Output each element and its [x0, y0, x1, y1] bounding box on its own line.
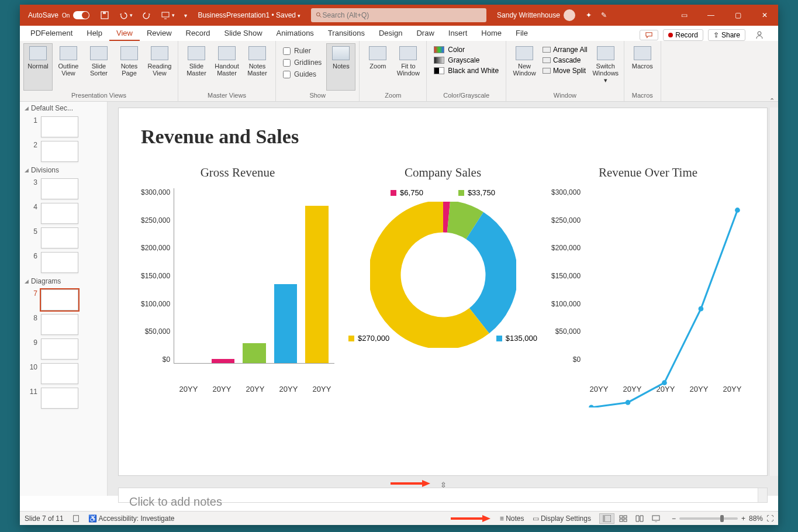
slideshow-button[interactable] — [648, 513, 664, 524]
zoom-level[interactable]: 88% — [749, 514, 763, 523]
chart-revenue-over-time[interactable]: Revenue Over Time $300,000$250,000$200,0… — [551, 165, 745, 393]
sorter-view-button[interactable] — [616, 513, 631, 524]
slide-sorter-button[interactable]: Slide Sorter — [84, 43, 113, 91]
slide-canvas-area: Revenue and Sales Gross Revenue $300,000… — [108, 102, 778, 496]
slide-master-button[interactable]: Slide Master — [182, 43, 211, 91]
tab-slide-show[interactable]: Slide Show — [217, 26, 270, 41]
outline-view-button[interactable]: Outline View — [54, 43, 83, 91]
tab-help[interactable]: Help — [80, 26, 109, 41]
thumbnail-slide-9[interactable]: 9 — [20, 337, 107, 361]
notes-toggle[interactable]: Notes — [326, 43, 355, 91]
reading-view-button[interactable] — [632, 513, 647, 524]
svg-rect-1 — [103, 12, 106, 14]
notes-scrollbar[interactable] — [758, 488, 767, 502]
accessibility-button[interactable]: ♿ Accessibility: Investigate — [88, 514, 175, 523]
tab-home[interactable]: Home — [474, 26, 509, 41]
notes-master-button[interactable]: Notes Master — [243, 43, 272, 91]
gridlines-checkbox[interactable]: Gridlines — [283, 58, 322, 67]
fit-to-window-button[interactable]: Fit to Window — [393, 43, 423, 91]
qat-overflow[interactable]: ▾ — [179, 5, 192, 26]
chart-company-sales[interactable]: Company Sales $6,750$33,750 $270,000$135… — [346, 165, 540, 393]
autosave-toggle[interactable]: AutoSave On — [20, 11, 95, 19]
svg-point-8 — [699, 306, 704, 312]
guides-checkbox[interactable]: Guides — [283, 70, 322, 78]
undo-button[interactable] — [114, 5, 137, 26]
thumbnail-slide-6[interactable]: 6 — [20, 250, 107, 275]
section-diagrams[interactable]: Diagrams — [20, 275, 107, 288]
thumbnail-slide-11[interactable]: 11 — [20, 386, 107, 410]
zoom-in-button[interactable]: + — [741, 514, 745, 523]
zoom-button[interactable]: Zoom — [363, 43, 392, 91]
share-button[interactable]: ⇪Share — [708, 29, 745, 41]
thumbnail-slide-8[interactable]: 8 — [20, 312, 107, 337]
svg-point-6 — [626, 400, 631, 405]
normal-view-button[interactable] — [599, 513, 614, 524]
search-input[interactable] — [323, 11, 482, 19]
zoom-out-button[interactable]: − — [672, 514, 676, 523]
minimize-button[interactable]: — — [697, 11, 724, 19]
search-box[interactable] — [311, 8, 486, 22]
thumbnail-slide-4[interactable]: 4 — [20, 201, 107, 226]
account-mini-icon[interactable] — [750, 30, 769, 40]
zoom-slider[interactable] — [679, 517, 738, 520]
color-button[interactable]: Color — [434, 46, 499, 54]
comments-button[interactable] — [640, 30, 658, 40]
tab-review[interactable]: Review — [140, 26, 179, 41]
account-button[interactable]: Sandy Writtenhouse — [491, 9, 581, 21]
present-button[interactable] — [156, 5, 179, 26]
section-default-sec-[interactable]: Default Sec... — [20, 102, 107, 115]
move-split-button[interactable]: Move Split — [543, 67, 588, 75]
macros-button[interactable]: Macros — [628, 43, 657, 91]
coming-soon-icon[interactable]: ✦ — [581, 5, 596, 26]
cascade-button[interactable]: Cascade — [543, 56, 588, 64]
slide[interactable]: Revenue and Sales Gross Revenue $300,000… — [118, 108, 768, 476]
canvas-scrollbar[interactable] — [769, 108, 778, 476]
grayscale-button[interactable]: Grayscale — [434, 56, 499, 64]
notes-splitter[interactable]: ⇳ — [118, 481, 768, 486]
tab-animations[interactable]: Animations — [270, 26, 321, 41]
tab-design[interactable]: Design — [372, 26, 409, 41]
ink-icon[interactable]: ✎ — [596, 5, 612, 26]
slide-preview — [41, 203, 78, 224]
ribbon-mode-button[interactable]: ▭ — [671, 11, 697, 19]
maximize-button[interactable]: ▢ — [724, 11, 751, 19]
reading-view-button[interactable]: Reading View — [145, 43, 174, 91]
tab-record[interactable]: Record — [179, 26, 217, 41]
file-title[interactable]: BusinessPresentation1 • Saved — [192, 11, 306, 19]
new-window-button[interactable]: New Window — [510, 43, 539, 91]
notes-status-icon[interactable] — [72, 514, 80, 523]
arrange-all-button[interactable]: Arrange All — [543, 46, 588, 54]
tab-file[interactable]: File — [509, 26, 535, 41]
normal-button[interactable]: Normal — [23, 43, 53, 91]
fit-button[interactable]: ⛶ — [766, 514, 773, 523]
thumbnail-slide-5[interactable]: 5 — [20, 226, 107, 250]
zoom-controls: − + 88% ⛶ — [672, 514, 773, 523]
tab-transitions[interactable]: Transitions — [321, 26, 372, 41]
slide-preview — [41, 252, 78, 273]
tab-insert[interactable]: Insert — [441, 26, 475, 41]
thumbnail-slide-1[interactable]: 1 — [20, 115, 107, 139]
thumbnail-slide-10[interactable]: 10 — [20, 361, 107, 386]
chart-gross-revenue[interactable]: Gross Revenue $300,000$250,000$200,000$1… — [141, 165, 334, 393]
slide-counter[interactable]: Slide 7 of 11 — [25, 514, 64, 523]
close-button[interactable]: ✕ — [751, 11, 778, 19]
redo-button[interactable] — [137, 5, 156, 26]
notes-page-button[interactable]: Notes Page — [115, 43, 144, 91]
save-icon[interactable] — [95, 5, 114, 26]
gray-swatch-icon — [434, 57, 444, 64]
notes-button[interactable]: ≡ Notes — [500, 514, 524, 523]
tab-view[interactable]: View — [109, 26, 140, 41]
section-divisions[interactable]: Divisions — [20, 164, 107, 177]
switch-windows-button[interactable]: Switch Windows ▾ — [591, 43, 620, 91]
bw-button[interactable]: Black and White — [434, 67, 499, 75]
notes-pane[interactable]: Click to add notes — [118, 488, 768, 503]
tab-draw[interactable]: Draw — [409, 26, 441, 41]
tab-pdfelement[interactable]: PDFelement — [23, 26, 80, 41]
display-settings-button[interactable]: ▭ Display Settings — [533, 514, 591, 523]
thumbnail-slide-3[interactable]: 3 — [20, 177, 107, 201]
thumbnail-slide-7[interactable]: 7 — [20, 288, 107, 312]
handout-master-button[interactable]: Handout Master — [212, 43, 241, 91]
record-button[interactable]: Record — [663, 29, 703, 41]
thumbnail-slide-2[interactable]: 2 — [20, 139, 107, 164]
ruler-checkbox[interactable]: Ruler — [283, 47, 322, 55]
